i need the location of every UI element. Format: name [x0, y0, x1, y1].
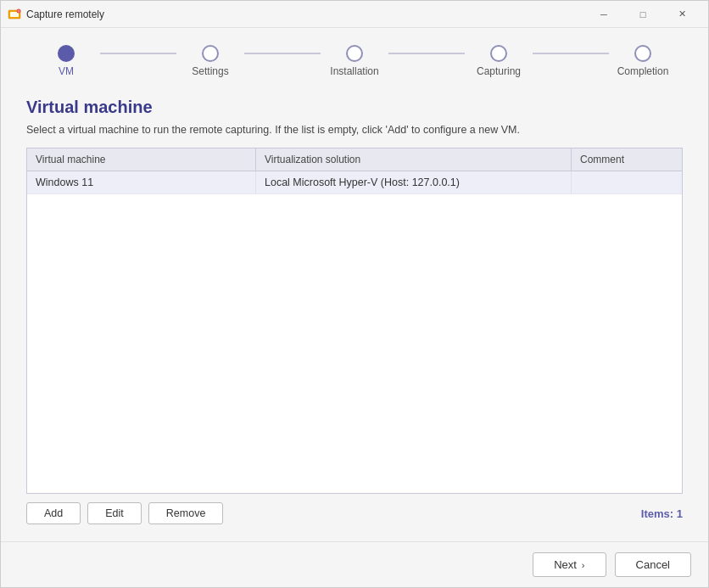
cancel-button[interactable]: Cancel [615, 552, 691, 577]
close-button[interactable]: ✕ [662, 1, 701, 28]
step-circle-installation [346, 45, 363, 62]
col-header-virt: Virtualization solution [256, 148, 572, 171]
cell-virt-solution: Local Microsoft Hyper-V (Host: 127.0.0.1… [256, 171, 572, 193]
step-circle-completion [634, 45, 651, 62]
app-icon [8, 8, 21, 21]
next-button[interactable]: Next › [533, 552, 606, 577]
table-body: Windows 11 Local Microsoft Hyper-V (Host… [27, 171, 682, 493]
col-header-comment: Comment [572, 148, 682, 171]
window-controls: ─ □ ✕ [584, 1, 701, 28]
chevron-right-icon: › [582, 560, 585, 570]
step-label-completion: Completion [609, 65, 677, 77]
step-line-4 [533, 53, 609, 54]
col-header-vm: Virtual machine [27, 148, 256, 171]
bottom-toolbar: Add Edit Remove Items: 1 [26, 494, 683, 524]
step-completion: Completion [609, 45, 677, 77]
step-label-settings: Settings [176, 65, 244, 77]
minimize-button[interactable]: ─ [584, 1, 623, 28]
restore-button[interactable]: □ [623, 1, 662, 28]
step-vm: VM [32, 45, 100, 77]
step-installation: Installation [321, 45, 388, 77]
main-content: VM Settings Installation Capturing [1, 28, 708, 541]
step-line-3 [388, 53, 465, 54]
step-circle-settings [202, 45, 219, 62]
step-line-1 [100, 53, 176, 54]
vm-table: Virtual machine Virtualization solution … [26, 148, 683, 494]
table-header: Virtual machine Virtualization solution … [27, 148, 682, 171]
main-window: Capture remotely ─ □ ✕ VM Settings [0, 0, 709, 588]
cell-vm-name: Windows 11 [27, 171, 256, 193]
footer: Next › Cancel [1, 541, 708, 587]
step-line-2 [244, 53, 321, 54]
page-title: Virtual machine [26, 98, 683, 117]
stepper: VM Settings Installation Capturing [26, 45, 683, 77]
next-label: Next [554, 558, 577, 571]
step-capturing: Capturing [465, 45, 533, 77]
items-count: Items: 1 [641, 507, 683, 520]
window-title: Capture remotely [26, 8, 584, 20]
titlebar: Capture remotely ─ □ ✕ [1, 1, 708, 28]
step-label-installation: Installation [321, 65, 388, 77]
cell-comment [572, 171, 682, 193]
edit-button[interactable]: Edit [87, 502, 142, 524]
step-circle-capturing [490, 45, 507, 62]
step-circle-vm [58, 45, 75, 62]
step-label-capturing: Capturing [465, 65, 533, 77]
remove-button[interactable]: Remove [148, 502, 224, 524]
page-subtitle: Select a virtual machine to run the remo… [26, 124, 683, 136]
step-settings: Settings [176, 45, 244, 77]
step-label-vm: VM [32, 65, 100, 77]
table-row[interactable]: Windows 11 Local Microsoft Hyper-V (Host… [27, 171, 682, 194]
add-button[interactable]: Add [26, 502, 81, 524]
svg-point-3 [18, 9, 20, 12]
